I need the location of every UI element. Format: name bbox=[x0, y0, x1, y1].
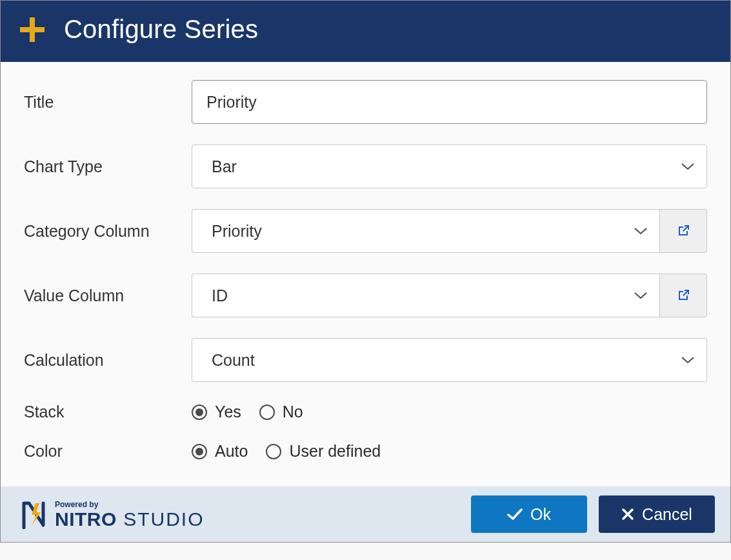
value-column-label: Value Column bbox=[24, 286, 192, 305]
chevron-down-icon bbox=[634, 226, 648, 235]
brand-logo: Powered by NITRO STUDIO bbox=[19, 499, 205, 529]
category-column-value: Priority bbox=[212, 222, 262, 241]
color-radio-group: Auto User defined bbox=[192, 442, 707, 461]
color-label: Color bbox=[24, 442, 192, 461]
calculation-select[interactable]: Count bbox=[192, 338, 707, 382]
value-column-select[interactable]: ID bbox=[192, 274, 659, 317]
stack-radio-no-label: No bbox=[283, 403, 303, 421]
calculation-label: Calculation bbox=[24, 351, 192, 370]
category-column-select[interactable]: Priority bbox=[192, 209, 659, 253]
ok-button[interactable]: Ok bbox=[471, 495, 587, 533]
chevron-down-icon bbox=[634, 291, 648, 300]
cancel-button-label: Cancel bbox=[642, 505, 692, 524]
color-radio-auto-label: Auto bbox=[215, 442, 248, 461]
title-input[interactable] bbox=[192, 80, 707, 124]
stack-radio-yes[interactable]: Yes bbox=[192, 403, 241, 421]
color-radio-auto[interactable]: Auto bbox=[192, 442, 248, 461]
nitro-logo-icon bbox=[19, 499, 48, 529]
brand-name: NITRO STUDIO bbox=[55, 510, 205, 529]
stack-radio-yes-label: Yes bbox=[215, 403, 241, 421]
configure-series-dialog: Configure Series Title Chart Type Bar Ca… bbox=[0, 0, 731, 543]
value-column-open-button[interactable] bbox=[659, 274, 707, 317]
chevron-down-icon bbox=[681, 162, 695, 171]
dialog-body: Title Chart Type Bar Category Column Pri… bbox=[1, 62, 730, 486]
open-external-icon bbox=[676, 288, 691, 303]
chart-type-select[interactable]: Bar bbox=[192, 145, 707, 188]
title-label: Title bbox=[24, 93, 192, 112]
svg-rect-1 bbox=[20, 27, 45, 32]
calculation-value: Count bbox=[212, 351, 255, 370]
chart-type-label: Chart Type bbox=[24, 157, 192, 176]
stack-radio-no[interactable]: No bbox=[259, 403, 303, 421]
ok-button-label: Ok bbox=[530, 505, 551, 524]
value-column-value: ID bbox=[212, 286, 228, 305]
stack-radio-group: Yes No bbox=[192, 403, 707, 421]
check-icon bbox=[507, 508, 523, 521]
close-icon bbox=[621, 508, 634, 521]
dialog-footer: Powered by NITRO STUDIO Ok bbox=[1, 486, 730, 542]
footer-actions: Ok Cancel bbox=[471, 495, 715, 533]
category-column-label: Category Column bbox=[24, 222, 192, 241]
cancel-button[interactable]: Cancel bbox=[599, 495, 715, 533]
open-external-icon bbox=[676, 223, 691, 239]
color-radio-user-label: User defined bbox=[289, 442, 381, 461]
dialog-header: Configure Series bbox=[1, 1, 730, 62]
chart-type-value: Bar bbox=[212, 157, 237, 176]
dialog-title: Configure Series bbox=[64, 15, 258, 44]
color-radio-user[interactable]: User defined bbox=[266, 442, 381, 461]
category-column-open-button[interactable] bbox=[659, 209, 707, 253]
stack-label: Stack bbox=[24, 403, 192, 421]
powered-by-label: Powered by bbox=[55, 501, 205, 508]
chevron-down-icon bbox=[681, 355, 695, 365]
plus-icon bbox=[19, 16, 46, 43]
